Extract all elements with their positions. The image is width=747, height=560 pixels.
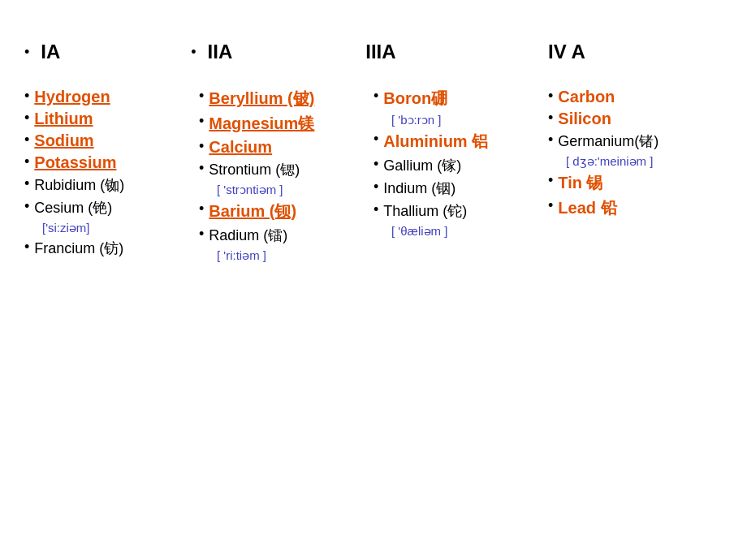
list-item: • Magnesium镁	[199, 113, 365, 135]
list-item: • Germanium(锗)	[548, 131, 715, 151]
header-ia-label: IA	[41, 41, 60, 63]
radium-text: Radium (镭)	[209, 226, 287, 245]
calcium-link[interactable]: Calcium	[209, 138, 272, 157]
barium-link[interactable]: Barium (钡)	[209, 200, 296, 222]
silicon-text: Silicon	[558, 110, 611, 128]
hydrogen-link[interactable]: Hydrogen	[34, 88, 110, 106]
list-item: • Tin 锡	[548, 172, 715, 194]
list-item: • Cesium (铯)	[24, 198, 191, 218]
aluminium-text: Aluminium 铝	[383, 131, 488, 153]
list-item: • Lead 铅	[548, 197, 715, 219]
list-item: • Hydrogen	[24, 88, 191, 106]
beryllium-link[interactable]: Beryllium (铍)	[209, 88, 314, 110]
list-item: • Carbon	[548, 88, 715, 106]
list-item: • Strontium (锶)	[199, 160, 365, 179]
list-item: • Lithium	[24, 110, 191, 128]
gallium-text: Gallium (镓)	[383, 156, 461, 175]
strontium-phonetic: [ 'strɔntiəm ]	[217, 183, 365, 197]
strontium-text: Strontium (锶)	[209, 160, 300, 179]
list-item: • Gallium (镓)	[374, 156, 540, 175]
col-iiia: • Boron硼 [ 'bɔ:rɔn ] • Aluminium 铝 • Gal…	[374, 88, 548, 242]
list-item: • Aluminium 铝	[374, 131, 540, 153]
header-col-iiia: IIIA	[365, 41, 548, 63]
header-col-iia: • IIA	[191, 41, 365, 63]
list-item: • Francium (钫)	[24, 239, 191, 258]
thallium-phonetic: [ 'θæliəm ]	[391, 224, 540, 239]
lead-text: Lead 铅	[558, 197, 616, 219]
header-iiia-label: IIIA	[365, 41, 395, 62]
boron-phonetic: [ 'bɔ:rɔn ]	[391, 113, 540, 127]
list-item: • Barium (钡)	[199, 200, 365, 222]
list-item: • Beryllium (铍)	[199, 88, 365, 110]
header-iva-label: IV A	[548, 41, 585, 62]
cesium-text: Cesium (铯)	[34, 198, 112, 218]
header-iia-label: IIA	[208, 41, 233, 63]
boron-text: Boron硼	[383, 88, 447, 110]
bullet-ia: •	[24, 44, 29, 61]
indium-text: Indium (铟)	[383, 179, 456, 198]
list-item: • Boron硼	[374, 88, 540, 110]
col-iia: • Beryllium (铍) • Magnesium镁 • Calcium •…	[199, 88, 374, 266]
list-item: • Silicon	[548, 110, 715, 128]
carbon-text: Carbon	[558, 88, 615, 106]
col-ia: • Hydrogen • Lithium • Sodium • Potassiu…	[24, 88, 199, 261]
thallium-text: Thallium (铊)	[383, 201, 467, 221]
list-item: • Thallium (铊)	[374, 201, 540, 221]
rubidium-text: Rubidium (铷)	[34, 175, 124, 195]
bullet-iia: •	[191, 44, 196, 61]
list-item: • Indium (铟)	[374, 179, 540, 198]
list-item: • Potassium	[24, 153, 191, 172]
radium-phonetic: [ 'ri:tiəm ]	[217, 248, 365, 263]
header-row: • IA • IIA IIIA IV A	[24, 16, 723, 63]
tin-text: Tin 锡	[558, 172, 602, 194]
content-row: • Hydrogen • Lithium • Sodium • Potassiu…	[24, 88, 723, 266]
list-item: • Calcium	[199, 138, 365, 157]
col-iva: • Carbon • Silicon • Germanium(锗) [ dʒə:…	[548, 88, 723, 222]
header-col-iva: IV A	[548, 41, 723, 63]
lithium-link[interactable]: Lithium	[34, 110, 93, 128]
header-col-ia: • IA	[24, 41, 191, 63]
list-item: • Rubidium (铷)	[24, 175, 191, 195]
potassium-link[interactable]: Potassium	[34, 153, 116, 172]
list-item: • Radium (镭)	[199, 226, 365, 245]
germanium-text: Germanium(锗)	[558, 131, 658, 151]
list-item: • Sodium	[24, 131, 191, 150]
page: • IA • IIA IIIA IV A • Hydrogen • Lithiu…	[24, 16, 723, 266]
cesium-phonetic: ['si:ziəm]	[42, 221, 191, 235]
magnesium-link[interactable]: Magnesium镁	[209, 113, 314, 135]
sodium-link[interactable]: Sodium	[34, 131, 93, 150]
francium-text: Francium (钫)	[34, 239, 123, 258]
germanium-phonetic: [ dʒə:'meiniəm ]	[566, 154, 715, 169]
